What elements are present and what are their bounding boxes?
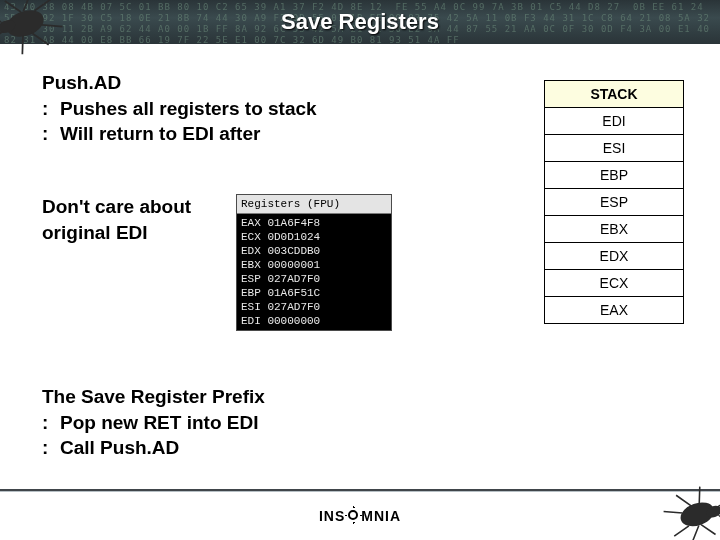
- bullet-item: : Call Push.AD: [42, 435, 382, 461]
- slide: Save Registers Push.AD : Pushes all regi…: [0, 0, 720, 540]
- bullet-text: Pop new RET into EDI: [60, 412, 258, 433]
- bullet-marker: :: [42, 121, 48, 147]
- register-row: EBP 01A6F51C: [241, 286, 387, 300]
- pushad-heading: Push.AD: [42, 70, 402, 96]
- footer-rule: [0, 489, 720, 492]
- brand-text-right: MNIA: [361, 508, 401, 524]
- text-line: original EDI: [42, 220, 222, 246]
- bullet-text: Pushes all registers to stack: [60, 98, 317, 119]
- title-banner: Save Registers: [0, 0, 720, 44]
- bullet-text: Call Push.AD: [60, 437, 179, 458]
- slide-title: Save Registers: [0, 0, 720, 44]
- bullet-item: : Pushes all registers to stack: [42, 96, 402, 122]
- dont-care-block: Don't care about original EDI: [42, 194, 222, 245]
- register-row: EDX 003CDDB0: [241, 244, 387, 258]
- register-row: EAX 01A6F4F8: [241, 216, 387, 230]
- register-row: EDI 00000000: [241, 314, 387, 328]
- footer-brand: INSMNIA: [0, 507, 720, 524]
- register-row: EBX 00000001: [241, 258, 387, 272]
- bullet-item: : Will return to EDI after: [42, 121, 402, 147]
- stack-cell: EBP: [544, 161, 684, 189]
- registers-panel-body: EAX 01A6F4F8ECX 0D0D1024EDX 003CDDB0EBX …: [237, 214, 391, 330]
- register-row: ESP 027AD7F0: [241, 272, 387, 286]
- stack-header: STACK: [544, 80, 684, 108]
- bullet-item: : Pop new RET into EDI: [42, 410, 382, 436]
- brand-text-left: INS: [319, 508, 345, 524]
- content-area: Push.AD : Pushes all registers to stack …: [0, 44, 720, 494]
- register-row: ESI 027AD7F0: [241, 300, 387, 314]
- prefix-heading: The Save Register Prefix: [42, 384, 382, 410]
- registers-panel-header: Registers (FPU): [237, 195, 391, 214]
- register-row: ECX 0D0D1024: [241, 230, 387, 244]
- bullet-marker: :: [42, 435, 48, 461]
- text-line: Don't care about: [42, 194, 222, 220]
- stack-cell: ESP: [544, 188, 684, 216]
- pushad-block: Push.AD : Pushes all registers to stack …: [42, 70, 402, 147]
- sun-icon: [345, 507, 361, 523]
- stack-cell: ECX: [544, 269, 684, 297]
- stack-cell: EDI: [544, 107, 684, 135]
- stack-cell: ESI: [544, 134, 684, 162]
- registers-panel: Registers (FPU) EAX 01A6F4F8ECX 0D0D1024…: [236, 194, 392, 331]
- bullet-marker: :: [42, 410, 48, 436]
- prefix-block: The Save Register Prefix : Pop new RET i…: [42, 384, 382, 461]
- bullet-marker: :: [42, 96, 48, 122]
- stack-diagram: STACK EDIESIEBPESPEBXEDXECXEAX: [544, 80, 684, 323]
- stack-cell: EBX: [544, 215, 684, 243]
- bullet-text: Will return to EDI after: [60, 123, 260, 144]
- stack-cell: EAX: [544, 296, 684, 324]
- stack-cell: EDX: [544, 242, 684, 270]
